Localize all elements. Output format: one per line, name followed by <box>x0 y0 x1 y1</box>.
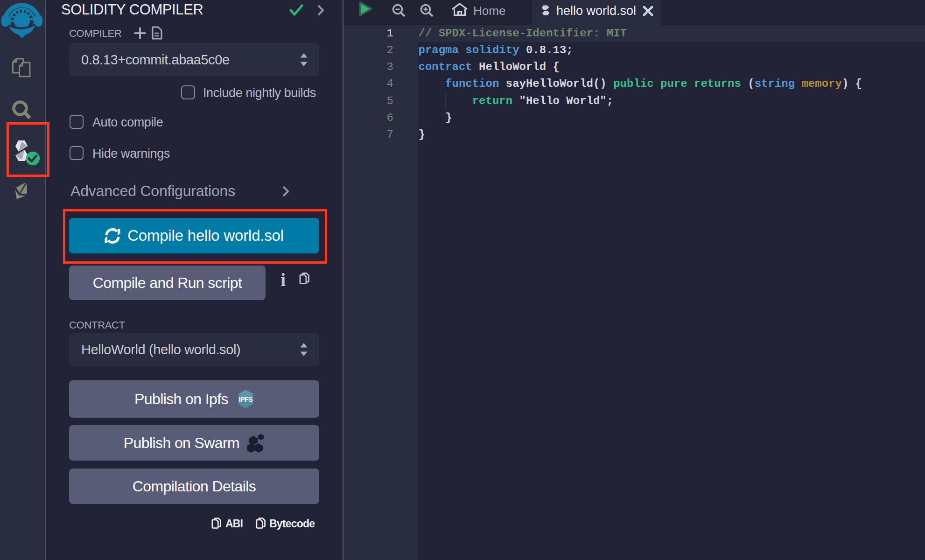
svg-text:IPFS: IPFS <box>239 396 253 403</box>
